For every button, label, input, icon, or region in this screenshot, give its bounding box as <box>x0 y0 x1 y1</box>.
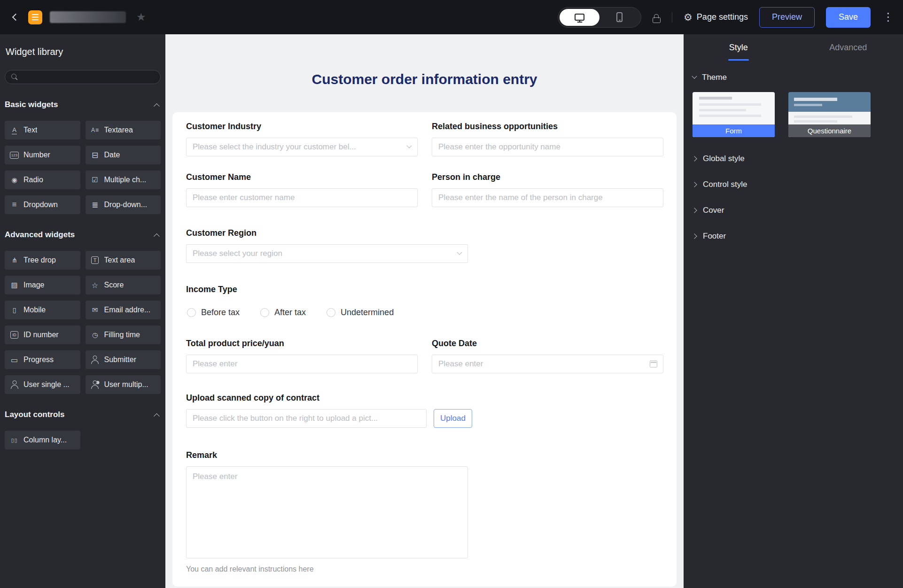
widget-item-radio[interactable]: Radio <box>5 170 80 189</box>
panel-section-label: Cover <box>703 206 724 215</box>
section-header-advanced-widgets[interactable]: Advanced widgets <box>5 230 161 240</box>
widget-item-label: Textarea <box>104 126 133 134</box>
total-price-input[interactable] <box>186 355 418 373</box>
topbar-left: ★ <box>8 10 146 24</box>
field-label: Related business opportunities <box>432 122 663 132</box>
quote-date-input[interactable] <box>432 355 663 373</box>
widget-item-label: Text area <box>104 256 135 264</box>
section-header-basic-widgets[interactable]: Basic widgets <box>5 100 161 109</box>
form-title[interactable]: Customer order information entry <box>165 71 684 88</box>
radio-option-undetermined[interactable]: Undetermined <box>327 308 394 317</box>
field-income-type[interactable]: Income Type Before tax After tax Undeter… <box>186 285 663 317</box>
widget-item-number[interactable]: Number <box>5 146 80 164</box>
income-type-options: Before tax After tax Undetermined <box>186 308 663 317</box>
widget-item-multiple-ch[interactable]: Multiple ch... <box>86 170 161 189</box>
field-total-product-price[interactable]: Total product price/yuan <box>186 339 418 373</box>
widget-item-drop-down[interactable]: Drop-down... <box>86 195 161 214</box>
widget-item-label: Multiple ch... <box>104 176 147 184</box>
upload-contract-input[interactable] <box>186 409 427 428</box>
panel-section-footer[interactable]: Footer <box>693 223 894 249</box>
remark-textarea[interactable] <box>186 466 468 558</box>
customer-industry-select[interactable]: Please select the industry your customer… <box>186 138 418 156</box>
widget-item-image[interactable]: Image <box>5 276 80 294</box>
widget-item-date[interactable]: Date <box>86 146 161 164</box>
text-icon <box>9 125 19 135</box>
theme-option-questionnaire[interactable]: Questionnaire <box>788 92 871 137</box>
widget-item-label: User multip... <box>104 380 148 389</box>
field-remark[interactable]: Remark You can add relevant instructions… <box>186 450 663 573</box>
field-row-3: Total product price/yuan Quote Date <box>186 339 663 373</box>
field-label: Quote Date <box>432 339 663 348</box>
opportunity-name-input[interactable] <box>432 138 663 156</box>
mobile-view-toggle[interactable] <box>599 9 639 26</box>
widget-search-input[interactable] <box>22 73 154 81</box>
tab-label: Advanced <box>829 43 867 53</box>
theme-section-toggle[interactable]: Theme <box>693 69 894 86</box>
widget-item-progress[interactable]: Progress <box>5 350 80 369</box>
document-title-redacted[interactable] <box>50 11 126 23</box>
tab-advanced[interactable]: Advanced <box>794 34 903 61</box>
widget-item-user-multip[interactable]: User multip... <box>86 375 161 394</box>
permissions-lock-button[interactable] <box>653 11 661 24</box>
upload-button[interactable]: Upload <box>434 409 472 428</box>
id-number-icon <box>9 330 19 340</box>
widget-item-label: Image <box>23 281 44 289</box>
widget-item-filling-time[interactable]: Filling time <box>86 325 161 344</box>
widget-item-email-addre[interactable]: Email addre... <box>86 301 161 319</box>
chevron-right-icon <box>692 182 697 187</box>
section-header-layout-controls[interactable]: Layout controls <box>5 410 161 419</box>
form-document-icon <box>28 10 42 24</box>
widget-search-box[interactable] <box>5 70 161 84</box>
customer-region-select[interactable]: Please select your region <box>186 244 468 263</box>
panel-tabs: Style Advanced <box>684 34 903 61</box>
widget-item-user-single[interactable]: User single ... <box>5 375 80 394</box>
widget-item-tree-drop[interactable]: Tree drop <box>5 251 80 270</box>
panel-section-global-style[interactable]: Global style <box>693 146 894 171</box>
field-customer-region[interactable]: Customer Region Please select your regio… <box>186 228 663 263</box>
field-quote-date[interactable]: Quote Date <box>432 339 663 373</box>
widget-item-id-number[interactable]: ID number <box>5 325 80 344</box>
more-options-kebab-icon[interactable]: ⋮ <box>882 12 895 23</box>
radio-label: After tax <box>274 308 306 317</box>
theme-option-form[interactable]: Form <box>693 92 775 137</box>
favorite-star-icon[interactable]: ★ <box>136 12 146 23</box>
filling-time-icon <box>90 330 100 340</box>
tab-style[interactable]: Style <box>684 34 794 61</box>
radio-option-after-tax[interactable]: After tax <box>260 308 306 317</box>
panel-section-control-style[interactable]: Control style <box>693 171 894 197</box>
widget-item-text[interactable]: Text <box>5 121 80 139</box>
widget-item-score[interactable]: Score <box>86 276 161 294</box>
dropdown-cascade-icon <box>90 200 100 209</box>
chevron-up-icon <box>154 233 160 239</box>
radio-circle-icon <box>187 308 196 317</box>
widget-item-submitter[interactable]: Submitter <box>86 350 161 369</box>
panel-section-cover[interactable]: Cover <box>693 197 894 223</box>
widget-item-mobile[interactable]: Mobile <box>5 301 80 319</box>
widget-item-text-area[interactable]: Text area <box>86 251 161 270</box>
person-in-charge-input[interactable] <box>432 188 663 207</box>
field-customer-industry[interactable]: Customer Industry Please select the indu… <box>186 122 418 156</box>
mobile-phone-icon <box>616 12 623 22</box>
page-settings-button[interactable]: ⚙ Page settings <box>684 12 748 22</box>
save-button[interactable]: Save <box>826 7 871 28</box>
customer-name-input[interactable] <box>186 188 418 207</box>
preview-button[interactable]: Preview <box>759 7 815 28</box>
topbar-divider <box>672 12 672 23</box>
chevron-down-icon <box>406 143 412 148</box>
widget-item-label: Filling time <box>104 331 140 339</box>
chevron-left-icon <box>12 14 19 21</box>
field-related-business-opportunities[interactable]: Related business opportunities <box>432 122 663 156</box>
field-customer-name[interactable]: Customer Name <box>186 172 418 207</box>
textarea-icon <box>90 125 100 135</box>
chevron-up-icon <box>154 413 160 419</box>
radio-option-before-tax[interactable]: Before tax <box>187 308 240 317</box>
chevron-up-icon <box>154 103 160 109</box>
widget-item-dropdown[interactable]: Dropdown <box>5 195 80 214</box>
field-person-in-charge[interactable]: Person in charge <box>432 172 663 207</box>
widget-item-column-lay[interactable]: Column lay... <box>5 431 80 449</box>
date-icon <box>90 150 100 160</box>
field-upload-contract[interactable]: Upload scanned copy of contract Upload <box>186 393 663 428</box>
back-button[interactable] <box>8 11 21 23</box>
desktop-view-toggle[interactable] <box>560 9 599 26</box>
widget-item-textarea[interactable]: Textarea <box>86 121 161 139</box>
